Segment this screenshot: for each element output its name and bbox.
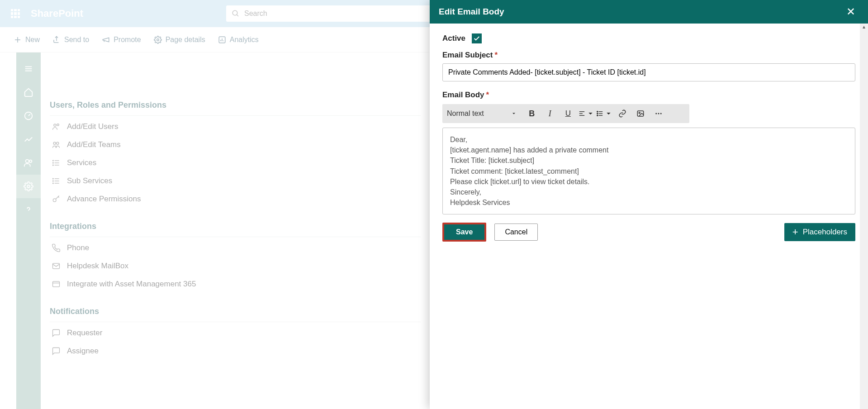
check-icon bbox=[473, 35, 480, 42]
nav-item-label: Services bbox=[67, 158, 96, 167]
cmd-new-label: New bbox=[25, 36, 40, 44]
gear-icon bbox=[24, 181, 33, 191]
rail-home[interactable] bbox=[16, 81, 41, 104]
svg-point-16 bbox=[27, 185, 30, 188]
cmd-new[interactable]: New bbox=[14, 36, 40, 44]
nav-assignee[interactable]: Assignee bbox=[50, 342, 421, 360]
share-icon bbox=[52, 36, 61, 44]
rte-italic[interactable]: I bbox=[542, 106, 558, 121]
cmd-send-to[interactable]: Send to bbox=[52, 36, 89, 44]
hamburger-icon bbox=[24, 64, 33, 74]
link-icon bbox=[618, 109, 626, 118]
rail-dashboard[interactable] bbox=[16, 104, 41, 128]
nav-add-edit-users[interactable]: Add/Edit Users bbox=[50, 118, 421, 136]
plus-icon: + bbox=[792, 226, 798, 238]
nav-requester[interactable]: Requester bbox=[50, 324, 421, 342]
plus-icon bbox=[14, 36, 22, 44]
cmd-send-to-label: Send to bbox=[64, 36, 89, 44]
section-integrations-title: Integrations bbox=[50, 222, 421, 237]
rte-image[interactable] bbox=[632, 106, 649, 121]
svg-rect-38 bbox=[53, 281, 60, 287]
nav-add-edit-teams[interactable]: Add/Edit Teams bbox=[50, 136, 421, 154]
cmd-page-details-label: Page details bbox=[166, 36, 205, 44]
rail-menu[interactable] bbox=[16, 57, 41, 81]
rail-users[interactable] bbox=[16, 151, 41, 175]
list-icon bbox=[52, 158, 61, 167]
chevron-down-icon bbox=[511, 111, 517, 116]
align-icon bbox=[578, 109, 586, 118]
svg-point-51 bbox=[658, 113, 659, 114]
cmd-analytics[interactable]: Analytics bbox=[218, 36, 259, 44]
nav-item-label: Requester bbox=[67, 328, 102, 338]
nav-item-label: Sub Services bbox=[67, 176, 112, 185]
nav-sub-services[interactable]: Sub Services bbox=[50, 172, 421, 190]
nav-item-label: Integrate with Asset Management 365 bbox=[67, 280, 196, 289]
nav-helpdesk-mailbox[interactable]: Helpdesk MailBox bbox=[50, 257, 421, 275]
svg-point-14 bbox=[26, 160, 29, 163]
gear-icon bbox=[154, 36, 162, 44]
users-icon bbox=[52, 122, 61, 131]
home-icon bbox=[24, 87, 33, 97]
svg-point-49 bbox=[639, 112, 640, 114]
image-icon bbox=[636, 109, 645, 118]
svg-point-20 bbox=[54, 124, 56, 126]
analytics-icon bbox=[218, 36, 226, 44]
nav-item-label: Phone bbox=[67, 243, 89, 252]
nav-item-label: Helpdesk MailBox bbox=[67, 262, 128, 271]
email-body-editor[interactable]: Dear, [ticket.agent.name] has added a pr… bbox=[442, 128, 855, 214]
gauge-icon bbox=[24, 111, 33, 121]
rte-link[interactable] bbox=[614, 106, 631, 121]
nav-item-label: Assignee bbox=[67, 347, 99, 356]
email-subject-input[interactable] bbox=[442, 63, 855, 81]
rte-align[interactable] bbox=[578, 106, 594, 121]
svg-point-47 bbox=[597, 115, 598, 116]
svg-point-45 bbox=[597, 111, 598, 112]
link-icon bbox=[52, 280, 61, 289]
chart-icon bbox=[24, 134, 33, 144]
rail-reports[interactable] bbox=[16, 128, 41, 151]
placeholders-button[interactable]: + Placeholders bbox=[784, 223, 855, 241]
rte-list[interactable] bbox=[596, 106, 612, 121]
active-checkbox[interactable] bbox=[472, 33, 482, 43]
svg-point-23 bbox=[57, 142, 59, 144]
panel-scrollbar[interactable]: ▴ bbox=[860, 24, 868, 409]
phone-icon bbox=[52, 243, 61, 252]
svg-point-33 bbox=[53, 178, 54, 179]
close-icon[interactable]: ✕ bbox=[843, 4, 859, 20]
save-button[interactable]: Save bbox=[442, 223, 486, 242]
sharepoint-title: SharePoint bbox=[31, 8, 83, 19]
svg-point-36 bbox=[53, 199, 56, 202]
subject-label: Email Subject* bbox=[442, 51, 855, 60]
more-icon bbox=[655, 109, 663, 118]
rte-format-label: Normal text bbox=[447, 109, 484, 118]
list-icon bbox=[52, 176, 61, 185]
rte-more[interactable] bbox=[650, 106, 667, 121]
section-notifications-title: Notifications bbox=[50, 307, 421, 322]
help-icon bbox=[24, 205, 33, 215]
svg-point-22 bbox=[53, 142, 56, 144]
scroll-up-arrow[interactable]: ▴ bbox=[860, 24, 868, 30]
rte-format-dropdown[interactable]: Normal text bbox=[447, 109, 522, 118]
nav-phone[interactable]: Phone bbox=[50, 239, 421, 257]
nav-advance-permissions[interactable]: Advance Permissions bbox=[50, 190, 421, 208]
svg-point-15 bbox=[29, 160, 32, 163]
megaphone-icon bbox=[102, 36, 110, 44]
team-icon bbox=[52, 140, 61, 149]
active-label: Active bbox=[442, 34, 465, 43]
rte-underline[interactable]: U bbox=[560, 106, 576, 121]
mail-icon bbox=[52, 262, 61, 271]
nav-integrate-asset-mgmt[interactable]: Integrate with Asset Management 365 bbox=[50, 275, 421, 293]
cancel-button[interactable]: Cancel bbox=[494, 224, 538, 241]
section-users-title: Users, Roles and Permissions bbox=[50, 100, 421, 116]
cmd-promote[interactable]: Promote bbox=[102, 36, 141, 44]
nav-services[interactable]: Services bbox=[50, 154, 421, 172]
rte-bold[interactable]: B bbox=[524, 106, 540, 121]
svg-point-27 bbox=[53, 160, 54, 161]
rail-help[interactable] bbox=[16, 198, 41, 222]
cmd-page-details[interactable]: Page details bbox=[154, 36, 205, 44]
chevron-down-icon bbox=[605, 109, 612, 118]
rail-settings[interactable] bbox=[16, 175, 41, 198]
app-launcher-icon[interactable] bbox=[5, 3, 26, 24]
search-icon bbox=[232, 10, 240, 18]
nav-item-label: Add/Edit Teams bbox=[67, 140, 121, 149]
